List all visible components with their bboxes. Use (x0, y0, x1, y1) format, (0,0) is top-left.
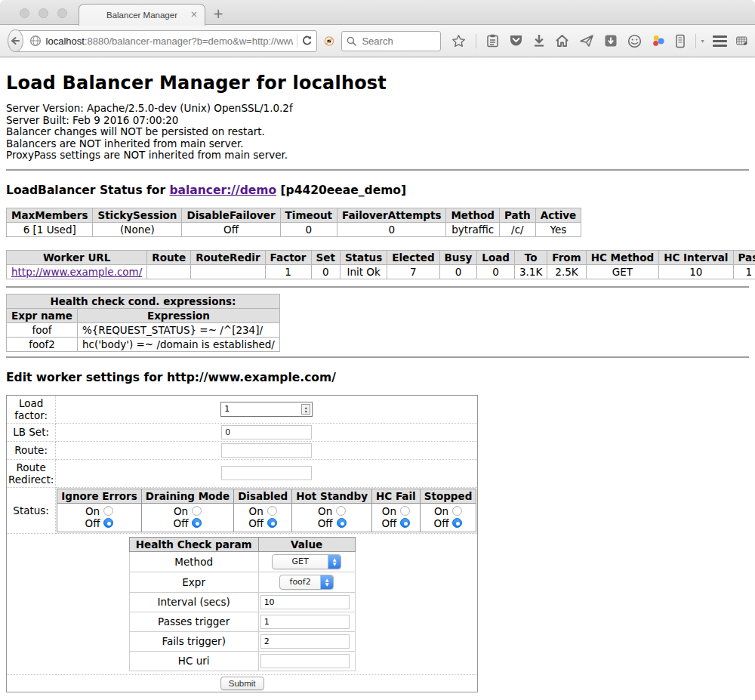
ignore-errors-off-radio[interactable] (103, 518, 113, 528)
fails-trigger-input[interactable] (260, 634, 350, 649)
interval-label: Interval (secs) (129, 592, 258, 612)
back-icon (9, 35, 21, 47)
route-input[interactable] (221, 443, 312, 458)
new-tab-button[interactable]: + (213, 4, 223, 23)
notice-line: ProxyPass settings are NOT inherited fro… (6, 150, 749, 162)
colored-dots-icon[interactable] (652, 34, 665, 48)
hc-param-row: Fails trigger) (129, 631, 355, 651)
column-header: HC Method (586, 250, 659, 264)
submit-button[interactable]: Submit (220, 677, 264, 690)
cell-hc-method: GET (586, 264, 659, 279)
route-redirect-input[interactable] (221, 466, 312, 480)
draining-mode-on-radio[interactable] (192, 506, 202, 516)
hot-standby-on-radio[interactable] (336, 506, 346, 516)
status-draining-mode-cell: On Off (141, 503, 233, 532)
stopped-on-radio[interactable] (452, 506, 462, 516)
expr-select[interactable]: foof2 (279, 575, 334, 590)
stopped-off-radio[interactable] (452, 518, 462, 528)
server-version-line: Server Version: Apache/2.5.0-dev (Unix) … (6, 103, 749, 115)
hot-standby-off-radio[interactable] (337, 518, 347, 528)
back-button[interactable] (8, 29, 23, 52)
radio-on-label: On (434, 505, 448, 517)
form-row-route-redirect: Route Redirect: (7, 459, 478, 487)
cell-to: 3.1K (514, 264, 547, 279)
cell-status: Init Ok (340, 264, 387, 279)
column-header: Route (147, 250, 191, 264)
load-factor-input[interactable]: 1 (220, 402, 313, 417)
cell-elected: 7 (387, 264, 439, 279)
column-header: Set (311, 250, 340, 264)
tab-close-icon[interactable]: × (190, 9, 198, 20)
column-header: Passes (733, 250, 755, 264)
page-title: Load Balancer Manager for localhost (6, 72, 749, 94)
status-column-header: Ignore Errors (57, 489, 142, 503)
hc-expressions-title: Health check cond. expressions: (7, 294, 280, 308)
column-header: Load (477, 250, 515, 264)
smiley-icon[interactable] (627, 34, 642, 48)
worker-url-link[interactable]: http://www.example.com/ (11, 266, 142, 278)
status-column-header: Hot Standby (292, 489, 372, 503)
lb-set-input[interactable] (221, 425, 312, 439)
reload-icon[interactable] (301, 35, 313, 47)
column-header: From (547, 250, 586, 264)
cell-route (147, 264, 191, 279)
column-header: Health Check param (129, 537, 258, 551)
bookmark-star-icon[interactable] (451, 34, 466, 48)
bookmarks-clipboard-icon[interactable] (486, 34, 499, 48)
status-hot-standby-cell: On Off (292, 503, 372, 532)
home-icon[interactable] (555, 34, 569, 48)
search-input[interactable] (360, 35, 436, 48)
method-select[interactable]: GET (272, 554, 341, 569)
window-minimize-button[interactable] (39, 8, 48, 18)
disabled-on-radio[interactable] (267, 506, 277, 516)
cell-expression: hc('body') =~ /domain is established/ (77, 337, 279, 351)
disabled-off-radio[interactable] (267, 518, 277, 528)
download-icon[interactable] (533, 34, 545, 48)
caret-down-icon[interactable]: ▾ (701, 38, 704, 45)
url-bar[interactable]: localhost:8880/balancer-manager?b=demo&w… (12, 30, 317, 52)
radio-on-label: On (318, 505, 332, 517)
search-bar[interactable] (341, 31, 441, 51)
hc-fail-on-radio[interactable] (400, 506, 410, 516)
edit-worker-heading: Edit worker settings for http://www.exam… (6, 371, 749, 384)
cell-hc-interval: 10 (659, 264, 733, 279)
form-row-hc-params: Health Check param Value Method GET (7, 533, 478, 674)
draining-mode-off-radio[interactable] (192, 518, 202, 528)
grid-icon[interactable] (736, 34, 747, 48)
hc-uri-input[interactable] (260, 654, 350, 668)
column-header: Method (446, 208, 500, 222)
load-factor-label: Load factor: (7, 395, 56, 423)
cell-path: /c/ (500, 222, 536, 236)
hc-expressions-table: Health check cond. expressions: Expr nam… (6, 294, 280, 352)
divider (6, 286, 749, 288)
window-close-button[interactable] (20, 8, 29, 18)
radio-on-label: On (382, 505, 396, 517)
ignore-errors-on-radio[interactable] (103, 506, 113, 516)
status-column-header: Draining Mode (141, 489, 233, 503)
send-plane-icon[interactable] (579, 34, 594, 48)
cell-active: Yes (535, 222, 581, 236)
column-header: Value (258, 537, 355, 551)
pocket-icon[interactable] (509, 34, 523, 48)
blocked-plugin-icon[interactable] (324, 33, 334, 49)
form-row-load-factor: Load factor: 1 (7, 395, 478, 423)
column-header: Timeout (280, 208, 337, 222)
menu-icon[interactable] (713, 35, 727, 47)
device-icon[interactable] (675, 34, 686, 48)
window-zoom-button[interactable] (57, 8, 67, 18)
tab-balancer-manager[interactable]: Balancer Manager × (79, 4, 205, 26)
box-arrow-icon[interactable] (604, 34, 618, 48)
column-header: Status (340, 250, 387, 264)
hc-param-row: Passes trigger (129, 612, 355, 631)
hc-fail-off-radio[interactable] (400, 518, 410, 528)
divider (6, 356, 749, 358)
passes-trigger-input[interactable] (260, 615, 350, 629)
route-redirect-label: Route Redirect: (7, 459, 56, 487)
number-stepper-icon[interactable] (301, 404, 310, 415)
expr-select-value: foof2 (280, 577, 320, 587)
column-header: HC Interval (659, 250, 733, 264)
interval-input[interactable] (260, 595, 350, 609)
column-header: Active (535, 208, 581, 222)
notice-line: Balancer changes will NOT be persisted o… (6, 126, 749, 138)
balancer-demo-link[interactable]: balancer://demo (169, 183, 276, 197)
